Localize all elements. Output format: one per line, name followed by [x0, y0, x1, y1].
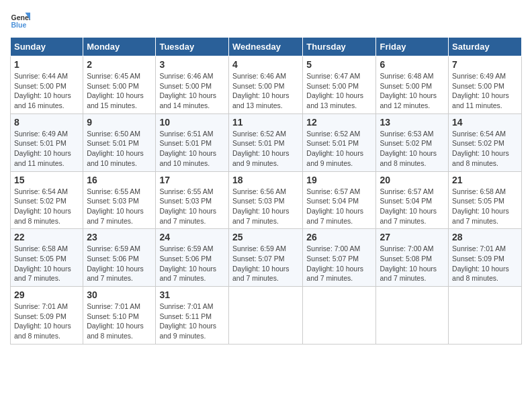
day-info: Sunrise: 6:55 AM Sunset: 5:03 PM Dayligh…: [159, 187, 225, 226]
day-header-sunday: Sunday: [11, 38, 83, 56]
calendar-cell: 7 Sunrise: 6:49 AM Sunset: 5:00 PM Dayli…: [449, 56, 522, 114]
day-number: 25: [232, 232, 299, 242]
calendar-cell: 22 Sunrise: 6:58 AM Sunset: 5:05 PM Dayl…: [11, 229, 83, 287]
day-number: 15: [14, 175, 79, 185]
day-number: 16: [87, 175, 152, 185]
calendar-cell: 10 Sunrise: 6:51 AM Sunset: 5:01 PM Dayl…: [156, 113, 229, 171]
calendar-cell: 9 Sunrise: 6:50 AM Sunset: 5:01 PM Dayli…: [83, 113, 156, 171]
calendar-cell: 11 Sunrise: 6:52 AM Sunset: 5:01 PM Dayl…: [228, 113, 302, 171]
day-info: Sunrise: 6:46 AM Sunset: 5:00 PM Dayligh…: [159, 71, 225, 111]
calendar-week-row: 8 Sunrise: 6:49 AM Sunset: 5:01 PM Dayli…: [11, 113, 522, 171]
day-header-tuesday: Tuesday: [156, 38, 229, 56]
calendar-cell: [228, 287, 302, 345]
calendar-header-row: SundayMondayTuesdayWednesdayThursdayFrid…: [11, 38, 522, 56]
calendar-cell: 12 Sunrise: 6:52 AM Sunset: 5:01 PM Dayl…: [303, 113, 376, 171]
day-info: Sunrise: 6:58 AM Sunset: 5:05 PM Dayligh…: [452, 187, 518, 226]
day-info: Sunrise: 6:46 AM Sunset: 5:00 PM Dayligh…: [232, 71, 299, 111]
day-number: 29: [14, 289, 79, 300]
calendar-cell: 3 Sunrise: 6:46 AM Sunset: 5:00 PM Dayli…: [156, 56, 229, 114]
calendar-cell: 5 Sunrise: 6:47 AM Sunset: 5:00 PM Dayli…: [303, 56, 376, 114]
day-info: Sunrise: 6:59 AM Sunset: 5:06 PM Dayligh…: [87, 244, 152, 283]
day-number: 24: [159, 232, 225, 242]
day-header-saturday: Saturday: [449, 38, 522, 56]
day-info: Sunrise: 6:44 AM Sunset: 5:00 PM Dayligh…: [14, 71, 79, 111]
day-number: 3: [159, 59, 225, 70]
day-info: Sunrise: 6:55 AM Sunset: 5:03 PM Dayligh…: [87, 187, 152, 226]
day-header-thursday: Thursday: [303, 38, 376, 56]
day-info: Sunrise: 6:59 AM Sunset: 5:07 PM Dayligh…: [232, 244, 299, 283]
day-info: Sunrise: 7:00 AM Sunset: 5:08 PM Dayligh…: [380, 244, 445, 283]
calendar-cell: 24 Sunrise: 6:59 AM Sunset: 5:06 PM Dayl…: [156, 229, 229, 287]
calendar-cell: 6 Sunrise: 6:48 AM Sunset: 5:00 PM Dayli…: [376, 56, 449, 114]
calendar-cell: 15 Sunrise: 6:54 AM Sunset: 5:02 PM Dayl…: [11, 171, 83, 229]
calendar-cell: 1 Sunrise: 6:44 AM Sunset: 5:00 PM Dayli…: [11, 56, 83, 114]
day-number: 31: [159, 289, 225, 300]
day-info: Sunrise: 6:52 AM Sunset: 5:01 PM Dayligh…: [306, 129, 372, 169]
day-number: 22: [14, 232, 79, 242]
day-number: 18: [232, 175, 299, 185]
calendar-cell: [449, 287, 522, 345]
day-number: 19: [306, 175, 372, 185]
calendar-cell: 2 Sunrise: 6:45 AM Sunset: 5:00 PM Dayli…: [83, 56, 156, 114]
day-number: 27: [380, 232, 445, 242]
calendar-cell: [376, 287, 449, 345]
day-info: Sunrise: 6:58 AM Sunset: 5:05 PM Dayligh…: [14, 244, 79, 283]
calendar-cell: 19 Sunrise: 6:57 AM Sunset: 5:04 PM Dayl…: [303, 171, 376, 229]
calendar-cell: 31 Sunrise: 7:01 AM Sunset: 5:11 PM Dayl…: [156, 287, 229, 345]
calendar-cell: 4 Sunrise: 6:46 AM Sunset: 5:00 PM Dayli…: [228, 56, 302, 114]
svg-text:Blue: Blue: [11, 21, 27, 29]
day-number: 6: [380, 59, 445, 70]
day-number: 23: [87, 232, 152, 242]
day-info: Sunrise: 7:01 AM Sunset: 5:09 PM Dayligh…: [14, 302, 79, 341]
day-info: Sunrise: 6:54 AM Sunset: 5:02 PM Dayligh…: [452, 129, 518, 169]
day-number: 10: [159, 117, 225, 128]
day-info: Sunrise: 6:52 AM Sunset: 5:01 PM Dayligh…: [232, 129, 299, 169]
calendar-cell: 23 Sunrise: 6:59 AM Sunset: 5:06 PM Dayl…: [83, 229, 156, 287]
day-info: Sunrise: 6:53 AM Sunset: 5:02 PM Dayligh…: [380, 129, 445, 169]
day-number: 13: [380, 117, 445, 128]
calendar-cell: 26 Sunrise: 7:00 AM Sunset: 5:07 PM Dayl…: [303, 229, 376, 287]
calendar-cell: 8 Sunrise: 6:49 AM Sunset: 5:01 PM Dayli…: [11, 113, 83, 171]
day-number: 12: [306, 117, 372, 128]
calendar-week-row: 15 Sunrise: 6:54 AM Sunset: 5:02 PM Dayl…: [11, 171, 522, 229]
calendar-cell: 30 Sunrise: 7:01 AM Sunset: 5:10 PM Dayl…: [83, 287, 156, 345]
calendar-cell: 21 Sunrise: 6:58 AM Sunset: 5:05 PM Dayl…: [449, 171, 522, 229]
day-header-friday: Friday: [376, 38, 449, 56]
day-info: Sunrise: 6:49 AM Sunset: 5:00 PM Dayligh…: [452, 71, 518, 111]
day-info: Sunrise: 7:01 AM Sunset: 5:09 PM Dayligh…: [452, 244, 518, 283]
calendar-cell: 18 Sunrise: 6:56 AM Sunset: 5:03 PM Dayl…: [228, 171, 302, 229]
day-info: Sunrise: 7:01 AM Sunset: 5:11 PM Dayligh…: [159, 302, 225, 341]
day-info: Sunrise: 6:50 AM Sunset: 5:01 PM Dayligh…: [87, 129, 152, 169]
day-number: 26: [306, 232, 372, 242]
day-info: Sunrise: 7:00 AM Sunset: 5:07 PM Dayligh…: [306, 244, 372, 283]
calendar-table: SundayMondayTuesdayWednesdayThursdayFrid…: [10, 37, 522, 345]
day-number: 9: [87, 117, 152, 128]
day-number: 4: [232, 59, 299, 70]
day-number: 14: [452, 117, 518, 128]
day-number: 8: [14, 117, 79, 128]
day-info: Sunrise: 7:01 AM Sunset: 5:10 PM Dayligh…: [87, 302, 152, 341]
day-number: 11: [232, 117, 299, 128]
calendar-cell: 25 Sunrise: 6:59 AM Sunset: 5:07 PM Dayl…: [228, 229, 302, 287]
calendar-cell: 17 Sunrise: 6:55 AM Sunset: 5:03 PM Dayl…: [156, 171, 229, 229]
day-info: Sunrise: 6:49 AM Sunset: 5:01 PM Dayligh…: [14, 129, 79, 169]
calendar-week-row: 29 Sunrise: 7:01 AM Sunset: 5:09 PM Dayl…: [11, 287, 522, 345]
calendar-cell: 29 Sunrise: 7:01 AM Sunset: 5:09 PM Dayl…: [11, 287, 83, 345]
day-info: Sunrise: 6:48 AM Sunset: 5:00 PM Dayligh…: [380, 71, 445, 111]
day-number: 28: [452, 232, 518, 242]
day-number: 7: [452, 59, 518, 70]
calendar-cell: 13 Sunrise: 6:53 AM Sunset: 5:02 PM Dayl…: [376, 113, 449, 171]
day-number: 20: [380, 175, 445, 185]
day-number: 21: [452, 175, 518, 185]
day-number: 5: [306, 59, 372, 70]
calendar-cell: 14 Sunrise: 6:54 AM Sunset: 5:02 PM Dayl…: [449, 113, 522, 171]
calendar-cell: 16 Sunrise: 6:55 AM Sunset: 5:03 PM Dayl…: [83, 171, 156, 229]
day-number: 1: [14, 59, 79, 70]
day-info: Sunrise: 6:56 AM Sunset: 5:03 PM Dayligh…: [232, 187, 299, 226]
day-info: Sunrise: 6:51 AM Sunset: 5:01 PM Dayligh…: [159, 129, 225, 169]
header: General Blue: [10, 10, 522, 30]
day-info: Sunrise: 6:54 AM Sunset: 5:02 PM Dayligh…: [14, 187, 79, 226]
day-info: Sunrise: 6:59 AM Sunset: 5:06 PM Dayligh…: [159, 244, 225, 283]
day-info: Sunrise: 6:45 AM Sunset: 5:00 PM Dayligh…: [87, 71, 152, 111]
day-number: 30: [87, 289, 152, 300]
